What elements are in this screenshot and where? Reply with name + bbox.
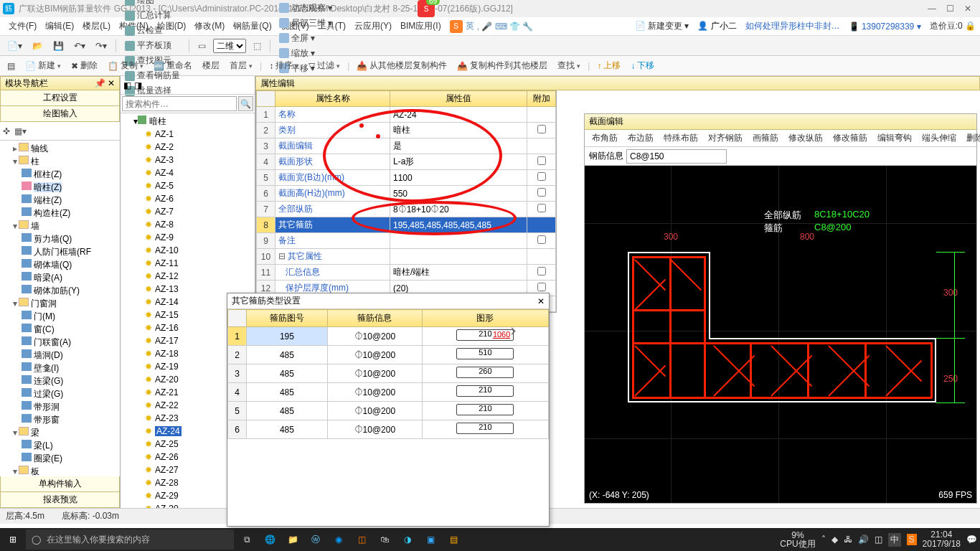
floor-select[interactable]: 首层 [227, 58, 255, 73]
property-row[interactable]: 5截面宽(B边)(mm)1100 [257, 170, 556, 186]
component-item[interactable]: ✸AZ-9 [145, 231, 253, 244]
pin-icon[interactable]: 📌 ✕ [95, 78, 115, 88]
tree-leaf[interactable]: 门联窗(A) [22, 336, 118, 349]
tree-node[interactable]: ▾门窗洞 [11, 297, 118, 310]
taskbar-app-icon[interactable]: ◑ [397, 529, 418, 550]
tb-box-icon[interactable]: ▭ [195, 39, 209, 52]
rebar-info-input[interactable] [626, 149, 727, 164]
tool-icon[interactable]: ◧ [123, 80, 131, 90]
menu-item[interactable]: 钢筋量(Q) [229, 19, 275, 32]
tb-save-icon[interactable]: 💾 [50, 39, 67, 52]
taskbar-search[interactable]: ◯ 在这里输入你要搜索的内容 [26, 529, 234, 550]
property-row[interactable]: 8其它箍筋195,485,485,485,485,485 [257, 217, 556, 233]
property-row[interactable]: 9备注 [257, 233, 556, 249]
component-search-input[interactable] [122, 96, 237, 111]
menu-item[interactable]: 楼层(L) [78, 19, 115, 32]
component-item[interactable]: ✸AZ-10 [145, 244, 253, 257]
tree-leaf[interactable]: 框柱(Z) [22, 168, 118, 181]
sort-button[interactable]: ↕ 排序 [266, 58, 301, 73]
component-item[interactable]: ✸AZ-11 [145, 257, 253, 270]
nav-tree[interactable]: ▸轴线▾柱框柱(Z)暗柱(Z)端柱(Z)构造柱(Z)▾墙剪力墙(Q)人防门框墙(… [0, 141, 120, 476]
tray-ime[interactable]: 中 [888, 533, 901, 547]
tree-leaf[interactable]: 构造柱(Z) [22, 207, 118, 220]
section-tab[interactable]: 布边筋 [623, 131, 658, 146]
toolbar-button[interactable]: 汇总计算 [122, 8, 183, 23]
section-tab[interactable]: 编辑弯钩 [873, 131, 916, 146]
tree-node[interactable]: ▸轴线 [11, 142, 118, 155]
menu-item[interactable]: 修改(M) [190, 19, 229, 32]
phone-label[interactable]: 📱 13907298339 ▾ [849, 22, 921, 32]
property-row[interactable]: 3截面编辑是 [257, 138, 556, 154]
taskbar-app-icon[interactable]: 🌐 [260, 529, 280, 550]
tb-redo-icon[interactable]: ↷▾ [93, 39, 110, 52]
ime-toolbar[interactable]: S 英 , 🎤 ⌨ 👕 🔧 [450, 20, 534, 33]
taskbar-app-icon[interactable]: ◉ [329, 529, 349, 550]
component-item[interactable]: ✸AZ-8 [145, 218, 253, 231]
taskbar-app-icon[interactable]: ▤ [443, 529, 463, 550]
delete-button[interactable]: ✖ 删除 [68, 58, 100, 73]
filter-button[interactable]: ▽ 过滤 [306, 58, 343, 73]
tree-leaf[interactable]: 圈梁(E) [22, 452, 118, 465]
help-tip-link[interactable]: 如何处理异形柱中非封… [745, 20, 840, 32]
nav-tab-draw[interactable]: 绘图输入 [0, 106, 120, 122]
taskbar-app-icon[interactable]: 📁 [283, 529, 303, 550]
tree-leaf[interactable]: 带形洞 [22, 400, 118, 413]
property-row[interactable]: 1名称AZ-24 [257, 107, 556, 123]
menu-item[interactable]: 云应用(Y) [350, 19, 396, 32]
toolbar-button[interactable]: 平齐板顶 [122, 38, 183, 53]
search-button[interactable]: 🔍 [238, 96, 253, 111]
tree-leaf[interactable]: 墙洞(D) [22, 349, 118, 362]
tray-up-icon[interactable]: ˄ [821, 534, 826, 545]
toolbar-button[interactable]: 全屏 ▾ [276, 31, 335, 46]
tree-leaf[interactable]: 暗梁(A) [22, 271, 118, 284]
taskbar-app-icon[interactable]: ◫ [352, 529, 372, 550]
nav-tab-report[interactable]: 报表预览 [0, 492, 120, 508]
prop-checkbox[interactable] [537, 267, 546, 276]
tray-volume-icon[interactable]: 🔊 [858, 534, 869, 545]
section-canvas[interactable]: 全部纵筋 8C18+10C20 箍筋 C8@200 300 800 300 25… [585, 166, 976, 503]
section-tab[interactable]: 对齐钢筋 [704, 131, 747, 146]
component-item[interactable]: ✸AZ-2 [145, 141, 253, 154]
find-button[interactable]: 查找 [555, 58, 583, 73]
tree-leaf[interactable]: 暗柱(Z) [22, 181, 118, 194]
taskview-icon[interactable]: ⧉ [237, 529, 257, 550]
section-tab[interactable]: 修改箍筋 [829, 131, 872, 146]
dialog-row[interactable]: 6485⏀10@200210 [228, 420, 549, 439]
tray-icon[interactable]: ◫ [875, 534, 882, 545]
component-item[interactable]: ✸AZ-6 [145, 192, 253, 205]
component-item[interactable]: ✸AZ-1 [145, 128, 253, 141]
tb-nav-icon[interactable]: ▤ [4, 60, 18, 72]
nav-tab-project[interactable]: 工程设置 [0, 90, 120, 106]
dialog-row[interactable]: 2485⏀10@200510 [228, 346, 549, 364]
menu-item[interactable]: 编辑(E) [41, 19, 78, 32]
tb-new-icon[interactable]: 📄▾ [4, 39, 25, 52]
tray-notification-icon[interactable]: 💬 [966, 534, 977, 545]
dialog-row[interactable]: 1195⏀10@2002101060 [228, 327, 549, 346]
tree-node[interactable]: ▾梁 [11, 426, 118, 439]
section-tab[interactable]: 布角筋 [588, 131, 622, 146]
component-root[interactable]: 暗柱 [149, 116, 166, 126]
tb-open-icon[interactable]: 📂 [29, 39, 46, 52]
property-row[interactable]: 2类别暗柱 [257, 123, 556, 138]
tree-leaf[interactable]: 端柱(Z) [22, 194, 118, 207]
section-tab[interactable]: 修改纵筋 [784, 131, 827, 146]
tree-leaf[interactable]: 剪力墙(Q) [22, 232, 118, 245]
dialog-row[interactable]: 3485⏀10@200260 [228, 364, 549, 383]
tree-node[interactable]: ▾柱 [11, 155, 118, 168]
tree-leaf[interactable]: 砌体加筋(Y) [22, 284, 118, 297]
tb-cube-icon[interactable]: ⬚ [250, 39, 264, 52]
tray-network-icon[interactable]: 🖧 [844, 534, 852, 545]
taskbar-app-icon[interactable]: 🛍 [374, 529, 395, 550]
tree-leaf[interactable]: 带形窗 [22, 413, 118, 426]
property-row[interactable]: 11 汇总信息暗柱/端柱 [257, 265, 556, 281]
rename-button[interactable]: 🔤 重命名 [151, 58, 195, 73]
dialog-row[interactable]: 5485⏀10@200210 [228, 402, 549, 420]
dialog-close-icon[interactable]: ✕ [537, 296, 545, 306]
tb-undo-icon[interactable]: ↶▾ [71, 39, 88, 52]
prop-checkbox[interactable] [537, 283, 546, 291]
tree-node[interactable]: ▾板 [11, 465, 118, 476]
tray-clock[interactable]: 21:042017/9/18 [923, 530, 961, 549]
user-label[interactable]: 👤 广小二 [697, 20, 736, 32]
property-row[interactable]: 7全部纵筋8⏀18+10⏀20 [257, 202, 556, 217]
component-item[interactable]: ✸AZ-5 [145, 179, 253, 192]
